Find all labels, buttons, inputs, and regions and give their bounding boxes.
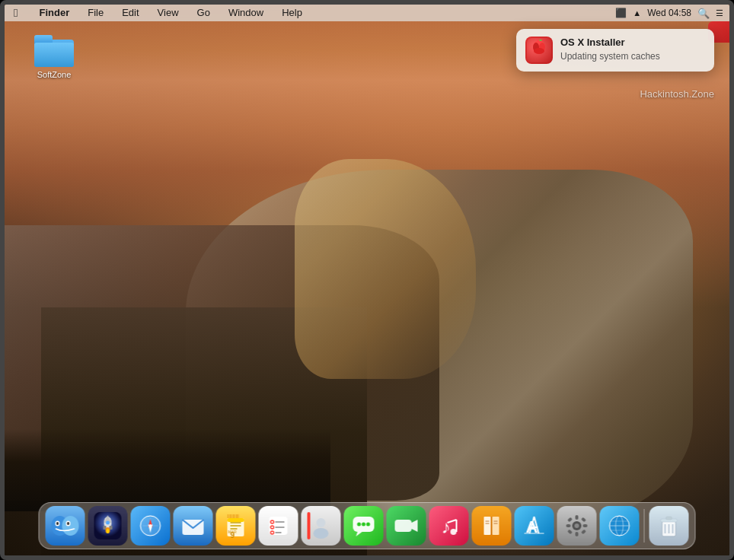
hackintosh-watermark: Hackintosh.Zone [640, 88, 714, 100]
dock-reminders[interactable] [259, 506, 298, 546]
dock-system-preferences[interactable] [557, 506, 597, 546]
svg-rect-72 [566, 524, 571, 527]
menubar:  Finder File Edit View Go Window Help ⬛… [5, 5, 729, 21]
svg-rect-73 [583, 524, 588, 527]
menubar-right: ⬛ ▲ Wed 04:58 🔍 ☰ [615, 8, 723, 19]
dock-facetime[interactable] [387, 506, 426, 546]
svg-text:♪: ♪ [442, 517, 451, 537]
dock-divider [644, 509, 645, 542]
notif-body: Updating system caches [560, 51, 705, 62]
svg-point-16 [106, 521, 110, 525]
svg-rect-75 [581, 517, 586, 522]
dock-itunes[interactable]: ♪ [429, 506, 469, 546]
svg-point-6 [62, 516, 79, 536]
svg-rect-50 [395, 520, 412, 532]
spotlight-icon[interactable]: 🔍 [697, 8, 710, 19]
folder-front [34, 43, 74, 67]
notif-title: OS X Installer [560, 37, 705, 49]
wifi-icon[interactable]: ▲ [633, 8, 641, 18]
notification-center-icon[interactable]: ☰ [716, 8, 723, 18]
svg-point-8 [56, 522, 59, 525]
notif-text-block: OS X Installer Updating system caches [560, 37, 705, 62]
dock-finder[interactable] [46, 506, 85, 546]
help-menu[interactable]: Help [279, 5, 305, 21]
svg-point-53 [451, 529, 457, 535]
dock-ibooks[interactable] [472, 506, 512, 546]
svg-rect-77 [581, 529, 586, 534]
dock-trash[interactable] [649, 506, 689, 546]
svg-text:||||||||||||: |||||||||||| [228, 514, 240, 518]
folder-label: SoftZone [37, 70, 72, 79]
svg-rect-71 [576, 532, 579, 536]
dock-launchpad2[interactable] [600, 506, 640, 546]
edit-menu[interactable]: Edit [119, 5, 142, 21]
svg-rect-31 [228, 518, 244, 522]
svg-point-48 [362, 523, 365, 527]
svg-point-47 [357, 523, 361, 527]
svg-rect-74 [567, 517, 573, 522]
screen-icon[interactable]: ⬛ [615, 8, 627, 18]
svg-point-49 [366, 523, 370, 527]
dock-messages[interactable] [344, 506, 384, 546]
svg-rect-44 [308, 512, 311, 539]
svg-point-25 [149, 524, 152, 527]
dock-safari[interactable] [131, 506, 171, 546]
go-menu[interactable]: Go [194, 5, 213, 21]
window-menu[interactable]: Window [225, 5, 266, 21]
svg-rect-86 [666, 517, 672, 520]
desktop-wallpaper [5, 5, 729, 555]
finder-menu[interactable]: Finder [36, 5, 72, 21]
dock-contacts[interactable] [302, 506, 341, 546]
svg-marker-46 [356, 532, 362, 536]
svg-rect-56 [484, 517, 491, 535]
dock: |||||||||||| 9 MAR [39, 502, 696, 549]
svg-rect-76 [567, 529, 573, 534]
view-menu[interactable]: View [155, 5, 182, 21]
svg-point-10 [67, 522, 69, 525]
dock-appstore[interactable]: A [515, 506, 554, 546]
svg-point-3 [534, 48, 544, 54]
clock: Wed 04:58 [647, 8, 691, 18]
svg-point-18 [107, 529, 110, 533]
svg-point-42 [317, 518, 326, 527]
notif-icon-image [528, 37, 550, 64]
notification-popup[interactable]: OS X Installer Updating system caches [516, 29, 714, 72]
menubar-left:  Finder File Edit View Go Window Help [11, 5, 615, 21]
dock-notes[interactable]: |||||||||||| 9 MAR [216, 506, 256, 546]
svg-point-43 [314, 528, 329, 539]
softzone-folder[interactable]: SoftZone [27, 35, 81, 79]
svg-rect-70 [576, 515, 579, 520]
svg-text:MAR: MAR [228, 530, 238, 534]
notif-app-icon [525, 37, 553, 64]
file-menu[interactable]: File [85, 5, 107, 21]
screen:  Finder File Edit View Go Window Help ⬛… [0, 0, 734, 560]
dock-launchpad[interactable] [88, 506, 128, 546]
dock-mail[interactable] [174, 506, 213, 546]
svg-point-69 [575, 523, 579, 528]
apple-menu[interactable]:  [11, 5, 21, 21]
folder-icon [34, 35, 74, 67]
svg-marker-51 [412, 520, 418, 532]
svg-rect-57 [493, 517, 499, 535]
